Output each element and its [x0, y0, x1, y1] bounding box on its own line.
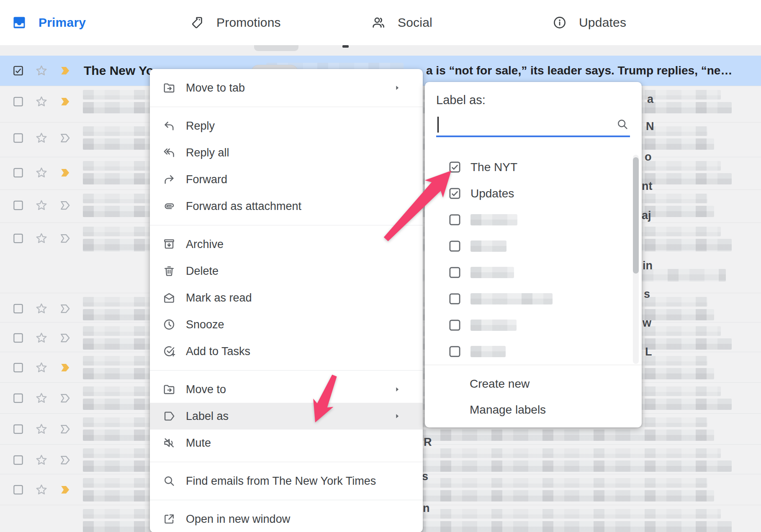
importance-marker-icon[interactable]	[59, 166, 72, 179]
tab-social[interactable]: Social	[363, 0, 544, 45]
label-item-redacted[interactable]	[425, 233, 642, 259]
email-checkbox[interactable]	[13, 65, 24, 77]
menu-item-reply-all[interactable]: Reply all	[150, 139, 423, 166]
email-checkbox[interactable]	[13, 167, 24, 179]
star-icon[interactable]	[34, 483, 49, 497]
redacted-label-name	[470, 346, 506, 357]
checkbox-checked-icon[interactable]	[448, 161, 461, 174]
tab-label: Promotions	[216, 15, 281, 30]
importance-marker-icon[interactable]	[59, 392, 72, 404]
importance-marker-icon[interactable]	[59, 64, 72, 77]
star-icon[interactable]	[34, 95, 49, 109]
label-item-redacted[interactable]	[425, 286, 642, 312]
email-checkbox[interactable]	[13, 424, 24, 435]
row-controls	[0, 190, 84, 221]
star-icon[interactable]	[34, 198, 49, 212]
star-icon[interactable]	[34, 166, 49, 180]
email-checkbox[interactable]	[13, 233, 24, 244]
checkbox-icon[interactable]	[448, 240, 461, 253]
star-icon[interactable]	[34, 64, 49, 78]
tab-updates[interactable]: Updates	[544, 0, 725, 45]
row-controls	[0, 445, 84, 476]
importance-marker-icon[interactable]	[59, 454, 72, 466]
menu-item-forward-as-attachment[interactable]: Forward as attachment	[150, 193, 423, 220]
label-item-redacted[interactable]	[425, 338, 642, 365]
checkbox-checked-icon[interactable]	[448, 187, 461, 200]
menu-item-snooze[interactable]: Snooze	[150, 311, 423, 338]
email-checkbox[interactable]	[13, 393, 24, 404]
label-item-redacted[interactable]	[425, 259, 642, 286]
menu-item-archive[interactable]: Archive	[150, 231, 423, 258]
tab-promotions[interactable]: Promotions	[181, 0, 363, 45]
star-icon[interactable]	[34, 422, 49, 436]
move-to-icon	[162, 383, 176, 396]
checkbox-icon[interactable]	[448, 292, 461, 305]
menu-item-delete[interactable]: Delete	[150, 258, 423, 284]
email-checkbox[interactable]	[13, 96, 24, 107]
star-icon[interactable]	[34, 361, 49, 375]
menu-item-reply[interactable]: Reply	[150, 113, 423, 139]
label-search-input[interactable]	[440, 116, 612, 134]
menu-item-label: Forward	[186, 173, 227, 186]
label-item-the-nyt[interactable]: The NYT	[425, 154, 642, 180]
email-checkbox[interactable]	[13, 362, 24, 373]
tab-label: Social	[398, 15, 432, 30]
menu-item-label-as[interactable]: Label as	[150, 403, 423, 430]
forward-icon	[162, 173, 176, 186]
menu-item-forward[interactable]: Forward	[150, 166, 423, 193]
star-icon[interactable]	[34, 231, 49, 246]
menu-item-move-to[interactable]: Move to	[150, 376, 423, 403]
star-icon[interactable]	[34, 453, 49, 467]
importance-marker-icon[interactable]	[59, 332, 72, 344]
star-icon[interactable]	[34, 331, 49, 345]
create-new-button[interactable]: Create new	[425, 371, 642, 397]
email-checkbox[interactable]	[13, 200, 24, 211]
email-checkbox[interactable]	[13, 133, 24, 144]
redacted-label-name	[470, 320, 517, 331]
importance-marker-icon[interactable]	[59, 423, 72, 435]
menu-item-add-to-tasks[interactable]: Add to Tasks	[150, 338, 423, 365]
label-list-scrollbar-thumb[interactable]	[633, 157, 639, 274]
importance-marker-icon[interactable]	[59, 199, 72, 212]
checkbox-icon[interactable]	[448, 345, 461, 358]
email-checkbox[interactable]	[13, 484, 24, 496]
redaction-fragment: nt	[642, 180, 652, 193]
email-checkbox[interactable]	[13, 455, 24, 466]
label-item-updates[interactable]: Updates	[425, 180, 642, 207]
tab-label: Updates	[579, 15, 626, 30]
label-item-redacted[interactable]	[425, 207, 642, 233]
checkbox-icon[interactable]	[448, 319, 461, 332]
menu-item-open-in-new-window[interactable]: Open in new window	[150, 506, 423, 532]
move-to-tab-icon	[162, 81, 176, 95]
email-checkbox[interactable]	[13, 303, 24, 315]
importance-marker-icon[interactable]	[59, 483, 72, 496]
redaction-fragment: n	[423, 502, 430, 515]
label-item-redacted[interactable]	[425, 312, 642, 338]
label-name: The NYT	[470, 161, 517, 174]
email-checkbox[interactable]	[13, 332, 24, 344]
label-name: Updates	[470, 187, 514, 200]
redacted-mark	[342, 45, 349, 48]
manage-labels-button[interactable]: Manage labels	[425, 397, 642, 423]
menu-item-find-emails-from-the-new-york-times[interactable]: Find emails from The New York Times	[150, 468, 423, 494]
checkbox-icon[interactable]	[448, 266, 461, 279]
star-icon[interactable]	[34, 391, 49, 405]
label-icon	[162, 409, 176, 423]
label-as-title: Label as:	[436, 93, 486, 107]
people-icon	[371, 15, 386, 30]
star-icon[interactable]	[34, 131, 49, 145]
email-context-menu: Move to tabReplyReply allForwardForward …	[150, 69, 423, 532]
divider	[150, 107, 423, 107]
tab-primary[interactable]: Primary	[0, 0, 181, 45]
checkbox-icon[interactable]	[448, 213, 461, 226]
importance-marker-icon[interactable]	[59, 361, 72, 374]
divider	[150, 225, 423, 225]
menu-item-mark-as-read[interactable]: Mark as read	[150, 284, 423, 311]
menu-item-move-to-tab[interactable]: Move to tab	[150, 74, 423, 101]
importance-marker-icon[interactable]	[59, 95, 72, 108]
importance-marker-icon[interactable]	[59, 302, 72, 315]
importance-marker-icon[interactable]	[59, 132, 72, 144]
importance-marker-icon[interactable]	[59, 232, 72, 245]
menu-item-mute[interactable]: Mute	[150, 430, 423, 456]
star-icon[interactable]	[34, 302, 49, 316]
